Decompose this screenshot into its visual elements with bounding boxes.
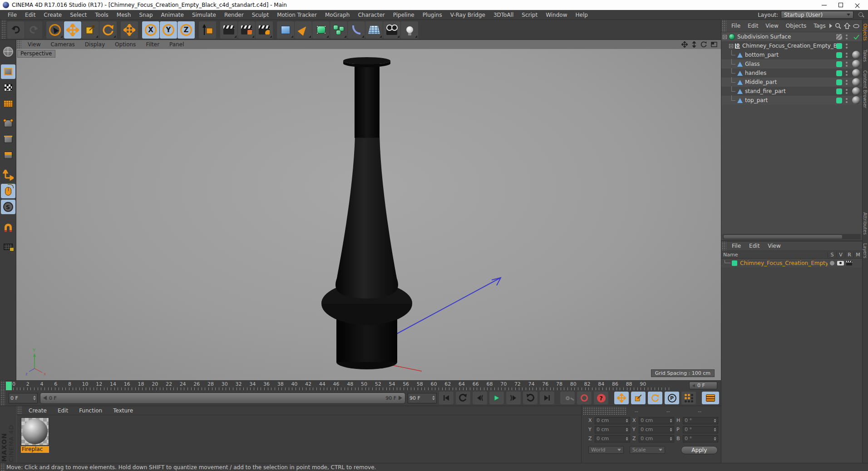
- viewport-menu-item[interactable]: View: [23, 41, 45, 48]
- menu-item[interactable]: File: [4, 11, 21, 19]
- visibility-dots[interactable]: [846, 71, 848, 76]
- object-row[interactable]: stand_fire_part: [721, 87, 862, 96]
- viewport-grip[interactable]: [16, 40, 21, 49]
- ruler-grip[interactable]: [0, 381, 5, 390]
- material-tag[interactable]: [852, 51, 860, 59]
- layout-dropdown[interactable]: Startup (User): [781, 11, 853, 19]
- solo-toggle[interactable]: [830, 261, 834, 265]
- menu-item[interactable]: Pipeline: [389, 11, 419, 19]
- visibility-filter-icon[interactable]: [853, 24, 859, 28]
- stepper-icon[interactable]: [432, 396, 435, 400]
- record-key-button[interactable]: [560, 392, 575, 404]
- add-camera-button[interactable]: [383, 21, 400, 39]
- play-button[interactable]: [489, 392, 504, 404]
- coordinate-system-dropdown[interactable]: World: [588, 446, 624, 454]
- stepper-icon[interactable]: [670, 428, 672, 432]
- x-axis-lock-button[interactable]: X: [142, 21, 159, 39]
- material-grip[interactable]: [17, 406, 22, 415]
- stepper-icon[interactable]: [626, 419, 628, 422]
- tweak-mode-button[interactable]: [1, 184, 15, 198]
- layer-chip[interactable]: [836, 70, 842, 76]
- texture-mode-button[interactable]: [1, 80, 15, 95]
- material-name-label[interactable]: Fireplac: [21, 446, 49, 453]
- menu-item[interactable]: Select: [66, 11, 91, 19]
- redo-button[interactable]: [25, 21, 42, 39]
- z-axis-lock-button[interactable]: Z: [178, 21, 195, 39]
- menu-item[interactable]: Tools: [91, 11, 113, 19]
- expand-icon[interactable]: [723, 35, 727, 39]
- minimize-button[interactable]: [822, 5, 827, 5]
- add-mograph-button[interactable]: [330, 21, 347, 39]
- apply-button[interactable]: Apply: [681, 446, 718, 454]
- layer-chip[interactable]: [836, 43, 842, 49]
- material-thumbnail[interactable]: [21, 417, 49, 446]
- add-floor-button[interactable]: [365, 21, 383, 39]
- stepper-icon[interactable]: [33, 396, 36, 400]
- menu-item[interactable]: 3DToAll: [489, 11, 518, 19]
- record-scale-toggle[interactable]: [631, 392, 646, 404]
- model-mode-button[interactable]: [1, 64, 15, 79]
- position-field[interactable]: 0 cm: [595, 435, 630, 442]
- add-deformer-button[interactable]: [348, 21, 365, 39]
- viewport-canvas[interactable]: Perspective: [16, 49, 721, 380]
- rotation-field[interactable]: 0 °: [683, 435, 718, 442]
- timeline-slider[interactable]: 0 F 90 F: [40, 392, 405, 404]
- move-tool[interactable]: [64, 21, 81, 39]
- side-tab[interactable]: Objects: [863, 20, 868, 44]
- render-toggle[interactable]: [846, 261, 852, 265]
- material-tag[interactable]: [852, 96, 860, 104]
- previous-frame-button[interactable]: [473, 392, 487, 404]
- menu-overflow-icon[interactable]: [829, 24, 832, 28]
- visible-toggle[interactable]: [837, 261, 844, 265]
- material-tag[interactable]: [852, 60, 860, 68]
- material-tag[interactable]: [852, 69, 860, 77]
- menu-item[interactable]: Animate: [157, 11, 188, 19]
- edge-mode-button[interactable]: [1, 132, 15, 147]
- search-icon[interactable]: [858, 12, 864, 18]
- autokey-button[interactable]: [577, 392, 592, 404]
- layer-manager-menu-item[interactable]: View: [764, 242, 784, 250]
- viewport-menu-item[interactable]: Filter: [141, 41, 164, 48]
- menu-item[interactable]: Motion Tracker: [273, 11, 321, 19]
- display-chip[interactable]: [836, 34, 842, 40]
- layer-color-chip[interactable]: [732, 260, 737, 266]
- end-frame-field[interactable]: 90 F: [408, 393, 437, 403]
- visibility-dots[interactable]: [846, 62, 848, 67]
- menu-item[interactable]: Help: [571, 11, 592, 19]
- object-row[interactable]: handles: [721, 69, 862, 78]
- search-icon[interactable]: [835, 23, 841, 29]
- record-parameter-toggle[interactable]: P: [665, 392, 679, 404]
- side-tab[interactable]: Takes: [863, 46, 868, 65]
- material-tag[interactable]: [852, 87, 860, 95]
- previous-key-button[interactable]: [456, 392, 470, 404]
- stepper-icon[interactable]: [714, 428, 716, 432]
- stepper-icon[interactable]: [670, 437, 672, 441]
- menu-item[interactable]: Create: [39, 11, 66, 19]
- stepper-icon[interactable]: [670, 419, 672, 422]
- layer-chip[interactable]: [836, 98, 842, 103]
- rotation-field[interactable]: 0 °: [683, 426, 718, 433]
- scroll-to-active-icon[interactable]: [844, 23, 850, 29]
- axis-mode-button[interactable]: [1, 168, 15, 182]
- object-manager-grip[interactable]: [721, 20, 726, 32]
- object-manager-menu-item[interactable]: Tags: [810, 22, 829, 30]
- next-frame-button[interactable]: [506, 392, 521, 404]
- menu-item[interactable]: Edit: [21, 11, 39, 19]
- uv-mode-button[interactable]: [1, 96, 15, 111]
- side-tab[interactable]: Layers: [863, 240, 868, 262]
- stepper-icon[interactable]: [626, 437, 628, 441]
- polygon-mode-button[interactable]: [1, 148, 15, 162]
- object-row[interactable]: bottom_part: [721, 50, 862, 59]
- visibility-dots[interactable]: [846, 44, 848, 49]
- visibility-dots[interactable]: [846, 53, 848, 58]
- material-menu-item[interactable]: Function: [74, 407, 108, 414]
- menu-item[interactable]: Window: [542, 11, 571, 19]
- point-mode-button[interactable]: [1, 116, 15, 131]
- visibility-dots[interactable]: [846, 34, 848, 39]
- side-tab[interactable]: Content Browser: [863, 67, 868, 112]
- position-field[interactable]: 0 cm: [595, 426, 630, 433]
- visibility-dots[interactable]: [846, 98, 848, 103]
- visibility-dots[interactable]: [846, 89, 848, 94]
- coordinate-system-button[interactable]: [199, 21, 216, 39]
- keyframe-selection-button[interactable]: [702, 392, 719, 404]
